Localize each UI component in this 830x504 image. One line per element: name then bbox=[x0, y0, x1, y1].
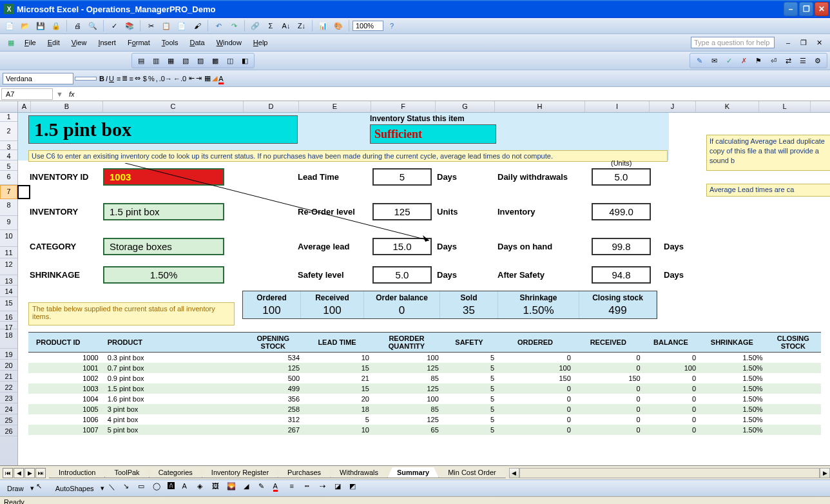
3d-icon[interactable]: ◩ bbox=[349, 482, 362, 495]
row-header[interactable]: 8 bbox=[0, 199, 17, 216]
tab-nav-next[interactable]: ▶ bbox=[24, 468, 35, 478]
bold-button[interactable]: B bbox=[99, 75, 104, 82]
row-header[interactable]: 16 bbox=[0, 311, 17, 322]
rectangle-icon[interactable]: ▭ bbox=[138, 482, 151, 495]
increase-indent-icon[interactable]: ⇥ bbox=[196, 74, 202, 82]
col-header-I[interactable]: I bbox=[585, 101, 650, 112]
row-header[interactable]: 24 bbox=[0, 403, 17, 414]
fill-color-draw-icon[interactable]: ◢ bbox=[244, 482, 256, 495]
font-size-combo[interactable] bbox=[75, 77, 97, 81]
icon-tool-4[interactable]: ▧ bbox=[179, 54, 193, 67]
row-header[interactable]: 5 bbox=[0, 160, 17, 171]
col-header-E[interactable]: E bbox=[299, 101, 371, 112]
col-header-G[interactable]: G bbox=[436, 101, 495, 112]
icon-tool-6[interactable]: ▩ bbox=[208, 54, 222, 67]
autosum-icon[interactable]: Σ bbox=[264, 19, 278, 32]
icon-tool-5[interactable]: ▨ bbox=[193, 54, 208, 67]
print-preview-icon[interactable]: 🔍 bbox=[86, 19, 100, 32]
permission-icon[interactable]: 🔒 bbox=[49, 19, 63, 32]
table-row[interactable]: 10053 pint box258188550001.50% bbox=[28, 404, 821, 414]
minimize-button[interactable]: – bbox=[784, 2, 798, 16]
menu-tools[interactable]: Tools bbox=[157, 37, 184, 48]
sheet-tab[interactable]: Summary bbox=[387, 467, 439, 478]
icon-tool-2[interactable]: ▥ bbox=[149, 54, 163, 67]
scroll-left-button[interactable]: ◀ bbox=[509, 468, 519, 478]
menu-file[interactable]: File bbox=[19, 37, 41, 48]
menu-insert[interactable]: Insert bbox=[93, 37, 121, 48]
spelling-icon[interactable]: ✓ bbox=[107, 19, 121, 32]
dash-style-icon[interactable]: ┅ bbox=[305, 482, 318, 495]
col-header-C[interactable]: C bbox=[103, 101, 244, 112]
menu-data[interactable]: Data bbox=[184, 37, 209, 48]
value-after-safety[interactable]: 94.8 bbox=[592, 266, 651, 284]
chart-wizard-icon[interactable]: 📊 bbox=[316, 19, 330, 32]
row-header[interactable]: 4 bbox=[0, 150, 17, 160]
table-row[interactable]: 10075 pint box267106550001.50% bbox=[28, 425, 821, 435]
icon-tool-3[interactable]: ▦ bbox=[164, 54, 178, 67]
sheet-tab[interactable]: Categories bbox=[149, 467, 202, 478]
menu-window[interactable]: Window bbox=[211, 37, 247, 48]
line-color-icon[interactable]: ✎ bbox=[258, 482, 271, 495]
icon-review-9[interactable]: ⚙ bbox=[811, 54, 825, 67]
menu-view[interactable]: View bbox=[66, 37, 92, 48]
col-header-F[interactable]: F bbox=[371, 101, 436, 112]
row-header[interactable]: 6 bbox=[0, 171, 17, 185]
row-header[interactable]: 1 bbox=[0, 113, 17, 122]
arrow-style-icon[interactable]: ⇢ bbox=[320, 482, 333, 495]
value-category[interactable]: Storage boxes bbox=[103, 238, 224, 255]
merge-center-icon[interactable]: ⇔ bbox=[135, 74, 140, 82]
zoom-combo[interactable]: 100% bbox=[352, 21, 383, 31]
copy-icon[interactable]: 📋 bbox=[159, 19, 173, 32]
redo-icon[interactable]: ↷ bbox=[227, 19, 241, 32]
italic-button[interactable]: I bbox=[106, 75, 108, 82]
row-header[interactable]: 19 bbox=[0, 349, 17, 360]
value-inventory-right[interactable]: 499.0 bbox=[592, 203, 651, 220]
row-header[interactable]: 3 bbox=[0, 141, 17, 150]
col-header-J[interactable]: J bbox=[650, 101, 696, 112]
doc-restore-button[interactable]: ❐ bbox=[796, 36, 811, 49]
save-icon[interactable]: 💾 bbox=[34, 19, 48, 32]
value-inventory[interactable]: 1.5 pint box bbox=[103, 203, 224, 220]
horizontal-scrollbar[interactable]: ◀ ▶ bbox=[509, 468, 830, 478]
sheet-tab[interactable]: ToolPak bbox=[104, 467, 149, 478]
value-safety-level[interactable]: 5.0 bbox=[372, 266, 432, 284]
tab-nav-first[interactable]: ⏮ bbox=[3, 468, 13, 478]
undo-icon[interactable]: ↶ bbox=[211, 19, 226, 32]
comma-icon[interactable]: , bbox=[156, 75, 158, 82]
icon-review-2[interactable]: ✉ bbox=[707, 54, 721, 67]
percent-icon[interactable]: % bbox=[148, 75, 155, 82]
col-header-L[interactable]: L bbox=[759, 101, 811, 112]
maximize-button[interactable]: ❐ bbox=[799, 2, 813, 16]
table-row[interactable]: 10020.9 pint box5002185515015001.50% bbox=[28, 373, 821, 383]
sheet-tab[interactable]: Introduction bbox=[49, 467, 105, 478]
currency-icon[interactable]: $ bbox=[143, 75, 147, 82]
col-header-B[interactable]: B bbox=[31, 101, 103, 112]
sheet-tab[interactable]: Withdrawals bbox=[330, 467, 388, 478]
align-left-icon[interactable]: ≡ bbox=[117, 75, 121, 82]
help-icon[interactable]: ? bbox=[385, 19, 399, 32]
sort-desc-icon[interactable]: Z↓ bbox=[294, 19, 309, 32]
table-row[interactable]: 10041.6 pint box3562010050001.50% bbox=[28, 394, 821, 404]
row-header[interactable]: 9 bbox=[0, 216, 17, 230]
cut-icon[interactable]: ✂ bbox=[144, 19, 158, 32]
col-header-K[interactable]: K bbox=[696, 101, 759, 112]
sheet-tab[interactable]: Inventory Register bbox=[202, 467, 278, 478]
textbox-icon[interactable]: 🅰 bbox=[168, 482, 180, 495]
icon-tool-1[interactable]: ▤ bbox=[134, 54, 148, 67]
value-lead-time[interactable]: 5 bbox=[372, 168, 432, 186]
open-icon[interactable]: 📂 bbox=[18, 19, 32, 32]
select-all-corner[interactable] bbox=[0, 101, 18, 112]
arrow-icon[interactable]: ↘ bbox=[123, 482, 136, 495]
align-center-icon[interactable]: ≣ bbox=[122, 74, 128, 82]
icon-review-4[interactable]: ✗ bbox=[737, 54, 751, 67]
oval-icon[interactable]: ◯ bbox=[153, 482, 166, 495]
spreadsheet-grid[interactable]: A B C D E F G H I J K L 1 2 3 4 5 6 7 8 … bbox=[0, 101, 830, 465]
font-name-combo[interactable]: Verdana bbox=[3, 73, 73, 84]
row-header[interactable]: 17 bbox=[0, 322, 17, 329]
select-objects-icon[interactable]: ↖ bbox=[36, 482, 49, 495]
line-style-icon[interactable]: ≡ bbox=[290, 482, 303, 495]
underline-button[interactable]: U bbox=[109, 75, 114, 82]
diagram-icon[interactable]: ◈ bbox=[197, 482, 210, 495]
menu-help[interactable]: Help bbox=[248, 37, 273, 48]
decrease-decimal-icon[interactable]: ←.0 bbox=[173, 75, 186, 82]
